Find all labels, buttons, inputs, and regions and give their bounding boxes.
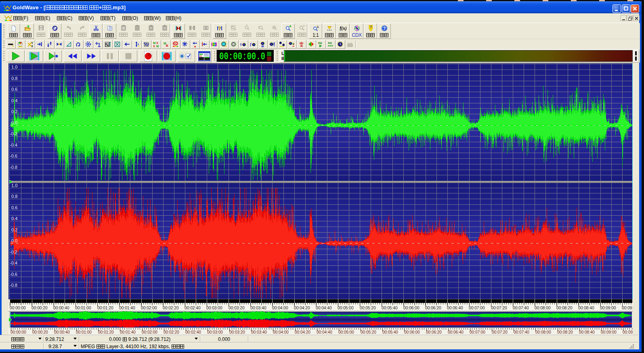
svg-text:00:06:40: 00:06:40	[447, 306, 463, 310]
svg-text:00:04:20: 00:04:20	[295, 330, 310, 334]
svg-text:1: 1	[317, 25, 319, 29]
svg-text:0.8: 0.8	[11, 76, 17, 81]
svg-text:00:04:40: 00:04:40	[316, 306, 332, 310]
svg-text:00:04:20: 00:04:20	[294, 306, 310, 310]
svg-text:00:01:20: 00:01:20	[97, 306, 113, 310]
svg-text:00:08:40: 00:08:40	[579, 330, 595, 334]
svg-text:00:05:20: 00:05:20	[360, 306, 376, 310]
svg-text:EQ: EQ	[174, 42, 177, 45]
svg-text:00:07:40: 00:07:40	[514, 330, 529, 334]
svg-text:-0.4: -0.4	[10, 261, 17, 265]
svg-text:?: ?	[218, 26, 221, 32]
svg-text:00:02:00: 00:02:00	[141, 306, 157, 310]
svg-text:0.4: 0.4	[11, 98, 17, 103]
svg-text:00:05:00: 00:05:00	[338, 330, 354, 334]
svg-text:00:05:40: 00:05:40	[382, 306, 398, 310]
svg-text:00:03:20: 00:03:20	[229, 306, 245, 310]
svg-text:?: ?	[369, 25, 372, 29]
svg-text:00:00:40: 00:00:40	[54, 330, 70, 334]
svg-text:-0.6: -0.6	[10, 272, 17, 277]
svg-text:00:01:40: 00:01:40	[120, 330, 136, 334]
svg-text:00:00:00: 00:00:00	[10, 306, 26, 310]
svg-text:00:08:00: 00:08:00	[535, 330, 551, 334]
svg-text:Hz: Hz	[318, 41, 322, 45]
svg-text:X: X	[153, 44, 155, 48]
svg-text:00:09:20: 00:09:20	[622, 306, 633, 310]
svg-text:0.6: 0.6	[11, 87, 17, 92]
svg-text:00:07:00: 00:07:00	[470, 330, 485, 334]
svg-text:00:09:00: 00:09:00	[600, 306, 616, 310]
svg-text:00:04:00: 00:04:00	[272, 306, 288, 310]
svg-text:00:06:20: 00:06:20	[425, 306, 441, 310]
svg-text:00:08:20: 00:08:20	[557, 330, 573, 334]
svg-text:0.0: 0.0	[11, 238, 17, 243]
svg-text:00:07:00: 00:07:00	[469, 306, 485, 310]
svg-text:-0.4: -0.4	[10, 143, 17, 147]
svg-text:00:06:00: 00:06:00	[403, 306, 420, 310]
svg-text:00:01:00: 00:01:00	[75, 306, 91, 310]
svg-text:00:00:20: 00:00:20	[32, 330, 48, 334]
svg-text:-0.2: -0.2	[10, 131, 17, 136]
svg-text:00:04:40: 00:04:40	[317, 330, 332, 334]
svg-text:00:09:20: 00:09:20	[623, 330, 633, 334]
svg-text:00:03:00: 00:03:00	[207, 330, 223, 334]
svg-text:00:08:40: 00:08:40	[578, 306, 594, 310]
svg-text:00:00:40: 00:00:40	[53, 306, 69, 310]
svg-text:00:01:20: 00:01:20	[98, 330, 114, 334]
svg-text:00:04:00: 00:04:00	[273, 330, 289, 334]
svg-text:00:01:00: 00:01:00	[76, 330, 92, 334]
svg-text:00:02:00: 00:02:00	[142, 330, 157, 334]
svg-text:00:03:00: 00:03:00	[206, 306, 222, 310]
svg-text:1.0: 1.0	[11, 183, 17, 188]
svg-text:0.0: 0.0	[11, 120, 17, 125]
svg-text:-0.8: -0.8	[10, 165, 17, 170]
svg-text:00:08:00: 00:08:00	[535, 306, 551, 310]
svg-text:-0.6: -0.6	[10, 153, 17, 158]
svg-text:00:01:40: 00:01:40	[119, 306, 135, 310]
svg-text:00:05:20: 00:05:20	[361, 330, 376, 334]
svg-text:00:03:40: 00:03:40	[250, 306, 266, 310]
svg-text:00:03:40: 00:03:40	[251, 330, 267, 334]
svg-text:00:06:40: 00:06:40	[448, 330, 464, 334]
svg-text:-0.2: -0.2	[10, 250, 17, 254]
svg-text:00:02:40: 00:02:40	[185, 306, 201, 310]
svg-text:00:07:20: 00:07:20	[491, 306, 507, 310]
svg-text:00:00:00: 00:00:00	[10, 330, 26, 334]
svg-text:00:05:00: 00:05:00	[338, 306, 354, 310]
svg-text:00:02:20: 00:02:20	[163, 306, 179, 310]
svg-text:00:03:20: 00:03:20	[229, 330, 245, 334]
svg-text:0.8: 0.8	[11, 194, 17, 199]
svg-text:-0.8: -0.8	[10, 283, 17, 288]
svg-text:0.6: 0.6	[11, 205, 17, 210]
svg-text:f(x): f(x)	[340, 25, 346, 31]
svg-text:00:07:40: 00:07:40	[513, 306, 529, 310]
svg-text:00:07:20: 00:07:20	[492, 330, 508, 334]
svg-text:00:06:20: 00:06:20	[426, 330, 442, 334]
svg-text:00:02:40: 00:02:40	[185, 330, 201, 334]
svg-text:00:00:20: 00:00:20	[31, 306, 48, 310]
svg-text:00:09:00: 00:09:00	[601, 330, 617, 334]
svg-text:0.4: 0.4	[11, 216, 17, 221]
svg-text:f: f	[250, 42, 252, 46]
svg-text:Hz: Hz	[328, 41, 332, 45]
svg-text:1.0: 1.0	[11, 65, 17, 69]
svg-text:M: M	[156, 44, 159, 48]
svg-text:00:08:20: 00:08:20	[556, 306, 573, 310]
svg-text:0.2: 0.2	[11, 109, 17, 114]
svg-text:00:02:20: 00:02:20	[164, 330, 179, 334]
svg-text:00:06:00: 00:06:00	[404, 330, 420, 334]
svg-text:0.2: 0.2	[11, 227, 17, 232]
svg-text:X: X	[31, 45, 34, 48]
svg-text:Y: Y	[31, 42, 34, 44]
svg-text:t: t	[240, 42, 242, 46]
svg-text:00:05:40: 00:05:40	[382, 330, 398, 334]
svg-text:?: ?	[383, 26, 385, 31]
